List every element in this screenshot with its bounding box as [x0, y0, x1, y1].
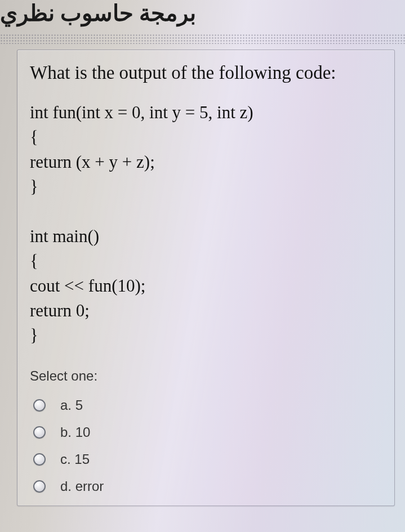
option-c[interactable]: c. 15 [30, 446, 382, 473]
option-c-label: c. 15 [60, 451, 90, 467]
question-prompt: What is the output of the following code… [30, 61, 382, 84]
page-header: برمجة حاسوب نظري [0, 0, 405, 34]
divider [0, 34, 405, 44]
option-a-radio[interactable] [33, 399, 46, 412]
option-d[interactable]: d. error [30, 473, 382, 500]
option-c-radio[interactable] [33, 453, 46, 466]
header-title: برمجة حاسوب نظري [0, 0, 196, 26]
option-b-label: b. 10 [60, 424, 90, 440]
option-a-label: a. 5 [60, 397, 83, 413]
code-block: int fun(int x = 0, int y = 5, int z) { r… [30, 100, 382, 348]
question-card: What is the output of the following code… [17, 50, 395, 506]
option-d-label: d. error [60, 479, 104, 494]
option-b-radio[interactable] [33, 426, 46, 439]
select-one-label: Select one: [30, 368, 382, 384]
option-b[interactable]: b. 10 [30, 419, 382, 446]
option-d-radio[interactable] [33, 480, 46, 493]
content-wrap: What is the output of the following code… [0, 50, 405, 506]
answers-section: Select one: a. 5 b. 10 c. 15 d. error [30, 366, 382, 500]
option-a[interactable]: a. 5 [30, 392, 382, 419]
